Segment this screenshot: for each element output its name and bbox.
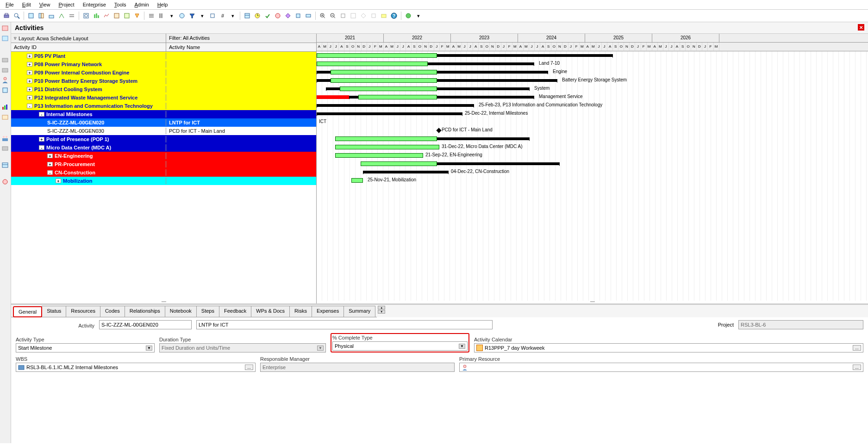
gantt-row[interactable]: Battery Energy Storage System xyxy=(317,76,868,85)
expand-toggle[interactable]: - xyxy=(27,104,32,108)
activity-id-field[interactable]: S-IC-ZZZ-ML-00GEN020 xyxy=(99,320,192,329)
activity-row[interactable]: -Internal Milestones xyxy=(11,110,316,118)
sidebar-icon-1[interactable] xyxy=(1,24,9,32)
gantt-row[interactable]: Management Service xyxy=(317,93,868,101)
expand-toggle[interactable]: + xyxy=(27,95,32,100)
toolbar-btn-11[interactable] xyxy=(112,11,121,20)
gantt-row[interactable] xyxy=(317,135,868,143)
expand-toggle[interactable]: - xyxy=(39,112,44,117)
activity-name-field[interactable]: LNTP for ICT xyxy=(196,320,493,329)
ellipsis-icon[interactable]: ... xyxy=(853,345,861,351)
gantt-bar[interactable] xyxy=(317,112,462,115)
ellipsis-icon[interactable]: ... xyxy=(245,365,253,370)
menu-view[interactable]: View xyxy=(36,1,54,8)
toolbar-btn-28[interactable] xyxy=(293,11,303,20)
toolbar-btn-9[interactable] xyxy=(92,11,101,20)
tab-relationships[interactable]: Relationships xyxy=(125,306,165,317)
gantt-bar[interactable] xyxy=(317,62,428,66)
toolbar-btn-23[interactable] xyxy=(243,11,252,20)
detail-spin-down[interactable]: ▼ xyxy=(378,310,385,314)
primary-resource-field[interactable]: ... xyxy=(459,363,863,372)
activity-row[interactable]: S-IC-ZZZ-ML-00GEN020LNTP for ICT xyxy=(11,118,316,127)
toolbar-btn-3[interactable] xyxy=(26,11,36,20)
clock-icon[interactable] xyxy=(253,11,262,20)
tab-risks[interactable]: Risks xyxy=(289,306,312,317)
toolbar-btn-13[interactable] xyxy=(132,11,142,20)
gantt-bar[interactable] xyxy=(335,145,439,149)
gantt-bar[interactable] xyxy=(351,178,363,183)
toolbar-btn-32[interactable] xyxy=(338,11,348,20)
expand-toggle[interactable]: + xyxy=(27,62,32,67)
tab-notebook[interactable]: Notebook xyxy=(165,306,197,317)
expand-toggle[interactable]: - xyxy=(39,145,44,150)
sidebar-icon-person[interactable] xyxy=(1,76,9,84)
ellipsis-icon[interactable]: ... xyxy=(853,365,861,370)
gantt-bar[interactable] xyxy=(363,171,449,173)
print-icon[interactable] xyxy=(2,11,11,20)
menu-admin[interactable]: Admin xyxy=(131,1,152,8)
column-activity-name[interactable]: Activity Name xyxy=(166,43,316,51)
toolbar-btn-16[interactable]: ▾ xyxy=(167,11,176,20)
chevron-down-icon[interactable]: ▼ xyxy=(146,346,152,351)
sidebar-icon-8[interactable] xyxy=(1,113,9,121)
gantt-bar[interactable] xyxy=(361,161,437,166)
sidebar-icon-6[interactable] xyxy=(1,86,9,94)
toolbar-btn-19[interactable]: ▾ xyxy=(198,11,207,20)
activity-row[interactable]: +P09 Power Internal Combustion Engine xyxy=(11,68,316,77)
toolbar-btn-7[interactable] xyxy=(67,11,76,20)
expand-toggle[interactable]: + xyxy=(27,70,32,75)
pct-complete-type-select[interactable]: Physical▼ xyxy=(332,341,468,351)
toolbar-btn-12[interactable] xyxy=(122,11,131,20)
toolbar-btn-8[interactable] xyxy=(81,11,91,20)
toolbar-btn-22[interactable]: ▾ xyxy=(228,11,237,20)
gantt-row[interactable]: Land 7-10 xyxy=(317,60,868,68)
menu-tools[interactable]: Tools xyxy=(111,1,130,8)
gantt-row[interactable] xyxy=(317,160,868,168)
gantt-row[interactable]: 21-Sep-22, EN-Engineering xyxy=(317,151,868,160)
activity-row[interactable]: +P12 Integrated Waste Management Service xyxy=(11,93,316,102)
gantt-bar[interactable] xyxy=(358,95,437,99)
gantt-row[interactable]: Engine xyxy=(317,68,868,76)
sidebar-icon-4[interactable] xyxy=(1,66,9,74)
toolbar-btn-27[interactable] xyxy=(283,11,293,20)
activity-row[interactable]: +Point of Presence (POP 1) xyxy=(11,135,316,143)
zoom-in-icon[interactable] xyxy=(318,11,327,20)
expand-toggle[interactable]: + xyxy=(47,154,53,158)
gantt-row[interactable]: PCD for ICT - Main Land xyxy=(317,126,868,135)
toolbar-btn-6[interactable] xyxy=(57,11,66,20)
toolbar-btn-4[interactable] xyxy=(37,11,46,20)
toolbar-btn-15[interactable] xyxy=(157,11,166,20)
menu-project[interactable]: Project xyxy=(55,1,78,8)
sidebar-icon-12[interactable] xyxy=(1,178,9,186)
gantt-bar[interactable] xyxy=(340,87,437,91)
toolbar-btn-38[interactable] xyxy=(404,11,413,20)
zoom-out-icon[interactable] xyxy=(328,11,337,20)
toolbar-btn-5[interactable] xyxy=(47,11,56,20)
sidebar-icon-10[interactable] xyxy=(1,144,9,153)
chevron-down-icon[interactable]: ▼ xyxy=(459,344,465,349)
activity-row[interactable]: +EN-Engineering xyxy=(11,152,316,160)
menu-file[interactable]: File xyxy=(2,1,18,8)
expand-toggle[interactable]: + xyxy=(27,87,32,92)
tab-codes[interactable]: Codes xyxy=(100,306,125,317)
expand-toggle[interactable]: + xyxy=(47,162,53,167)
gantt-bar[interactable] xyxy=(335,136,437,141)
tab-wps-docs[interactable]: WPs & Docs xyxy=(251,306,290,317)
toolbar-btn-35[interactable] xyxy=(369,11,378,20)
detail-spin-up[interactable]: ▲ xyxy=(378,306,385,309)
tab-summary[interactable]: Summary xyxy=(343,306,375,317)
toolbar-btn-26[interactable] xyxy=(273,11,282,20)
activity-calendar-field[interactable]: R13PPP_7 day Workweek... xyxy=(474,343,863,352)
activity-type-select[interactable]: Start Milestone▼ xyxy=(16,343,155,352)
toolbar-btn-14[interactable] xyxy=(147,11,156,20)
tab-resources[interactable]: Resources xyxy=(66,306,100,317)
tab-expenses[interactable]: Expenses xyxy=(312,306,344,317)
toolbar-btn-34[interactable] xyxy=(359,11,368,20)
activity-row[interactable]: +P10 Power Battery Energy Storage System xyxy=(11,77,316,85)
close-icon[interactable]: ✕ xyxy=(858,24,864,31)
gantt-row[interactable] xyxy=(317,51,868,60)
toolbar-btn-36[interactable] xyxy=(379,11,388,20)
gantt-row[interactable]: 31-Dec-22, Micro Data Center (MDC A) xyxy=(317,143,868,151)
wbs-field[interactable]: RSL3-BL-6.1.IC.MLZ Internal Milestones..… xyxy=(16,363,256,372)
sidebar-icon-chart[interactable] xyxy=(1,103,9,111)
